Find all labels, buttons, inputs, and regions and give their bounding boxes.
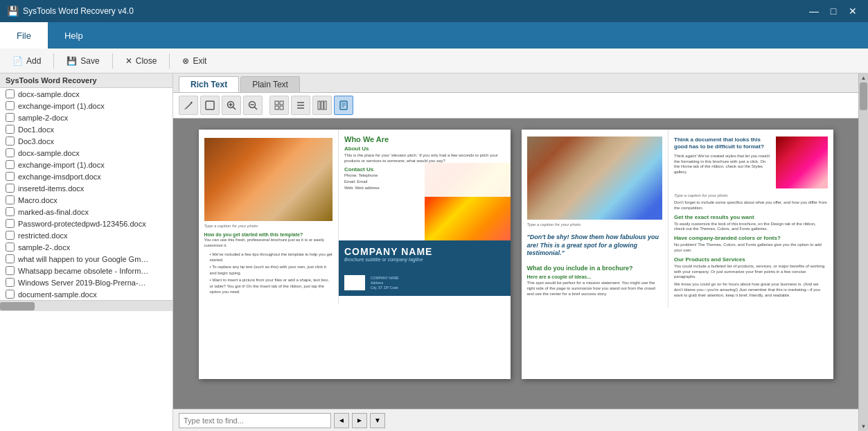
- select-tool-button[interactable]: [200, 96, 220, 115]
- scroll-down-arrow[interactable]: ▼: [860, 422, 868, 431]
- about-us-text: This is the place for your 'elevator pit…: [344, 153, 505, 164]
- sidebar-item[interactable]: docx-sample.docx: [0, 147, 172, 159]
- sidebar-item-label: inseretd-items.docx: [18, 184, 84, 193]
- page1-photo: [204, 138, 333, 221]
- find-prev-button[interactable]: ◄: [334, 413, 349, 428]
- maximize-button[interactable]: □: [825, 3, 842, 19]
- sidebar-item-label: exchange-import (1).docx: [18, 161, 105, 169]
- page1-right-images: Who We Are About Us This is the place fo…: [339, 130, 511, 240]
- sidebar-item[interactable]: exchange-import (1).docx: [0, 159, 172, 170]
- separator: [112, 53, 113, 69]
- sidebar-item[interactable]: restricted.docx: [0, 229, 172, 241]
- column-view-button[interactable]: [312, 96, 332, 115]
- close-window-button[interactable]: ✕: [844, 3, 861, 19]
- menu-file[interactable]: File: [0, 22, 48, 49]
- sidebar-item[interactable]: Windows Server 2019-Blog-Prerna-1.doc: [0, 276, 172, 288]
- sidebar-item[interactable]: Whatsapp became obsolete - Informative: [0, 265, 172, 276]
- svg-rect-11: [275, 106, 278, 109]
- separator: [169, 53, 170, 69]
- find-input[interactable]: [179, 413, 331, 428]
- sidebar-item[interactable]: exchange-imsdport.docx: [0, 170, 172, 182]
- main-layout: SysTools Word Recovery docx-sample.docxe…: [0, 73, 868, 431]
- right-scrollbar[interactable]: ▲ ▼: [858, 73, 868, 431]
- app-title: SysTools Word Recovery v4.0: [23, 6, 134, 16]
- find-next-button[interactable]: ►: [352, 413, 367, 428]
- app-icon: 💾: [7, 6, 19, 17]
- sidebar-header: SysTools Word Recovery: [0, 73, 172, 88]
- sidebar-file-list: docx-sample.docxexchange-import (1).docx…: [0, 88, 172, 300]
- page1-how-text: You can use this fresh, professional bro…: [204, 238, 333, 249]
- contact-us-title: Contact Us: [344, 166, 505, 173]
- sidebar-item[interactable]: marked-as-final.docx: [0, 206, 172, 218]
- sidebar-item[interactable]: docx-sample.docx: [0, 88, 172, 100]
- page1-bullets: We've included a few tips throughout the…: [204, 252, 333, 295]
- sidebar-item[interactable]: Doc3.docx: [0, 135, 172, 147]
- svg-rect-1: [206, 101, 214, 109]
- sidebar-item-label: marked-as-final.docx: [18, 208, 89, 216]
- page1-how-title: How do you get started with this templat…: [204, 232, 333, 237]
- colors-text: No problem! The Themes, Colors, and Font…: [674, 243, 828, 254]
- sidebar-item-label: Windows Server 2019-Blog-Prerna-1.doc: [18, 279, 150, 287]
- tab-rich-text[interactable]: Rich Text: [179, 76, 239, 92]
- get-exact-text: To easily customize the look of this bro…: [674, 222, 828, 233]
- sidebar-item-label: what will happen to your Google Gmail a: [18, 255, 150, 263]
- svg-rect-9: [275, 101, 278, 105]
- sidebar-item-label: docx-sample.docx: [18, 149, 80, 157]
- company-name: COMPANY NAME: [344, 246, 505, 257]
- what-include-title: What do you include in a brochure?: [527, 265, 663, 272]
- sidebar-item-label: docx-sample.docx: [18, 90, 80, 98]
- add-button[interactable]: 📄 Add: [6, 53, 48, 69]
- company-address: COMPANY NAMEAddressCity, ST ZIP Code: [371, 276, 399, 290]
- sidebar-item[interactable]: exchange-import (1).docx: [0, 100, 172, 112]
- page1-company-section: COMPANY NAME Brochure subtitle or compan…: [339, 240, 511, 296]
- ideas-title: Here are a couple of ideas...: [527, 274, 663, 279]
- title-bar: 💾 SysTools Word Recovery v4.0 — □ ✕: [0, 0, 868, 22]
- sidebar: SysTools Word Recovery docx-sample.docxe…: [0, 73, 173, 431]
- sidebar-item[interactable]: sample-2-.docx: [0, 241, 172, 253]
- sidebar-item-label: exchange-imsdport.docx: [18, 173, 101, 181]
- zoom-in-button[interactable]: [222, 96, 241, 115]
- sidebar-item[interactable]: what will happen to your Google Gmail a: [0, 253, 172, 265]
- sidebar-item-label: Doc1.docx: [18, 125, 54, 134]
- find-dropdown-button[interactable]: ▼: [370, 413, 385, 428]
- sidebar-item[interactable]: Doc1.docx: [0, 123, 172, 135]
- save-button[interactable]: 💾 Save: [60, 53, 106, 69]
- sidebar-item-label: sample-2-.docx: [18, 243, 70, 252]
- tab-plain-text[interactable]: Plain Text: [240, 76, 300, 92]
- svg-line-3: [233, 107, 236, 110]
- about-us-title: About Us: [344, 146, 505, 152]
- sidebar-item-label: Doc3.docx: [18, 137, 54, 146]
- list-view-button[interactable]: [291, 96, 310, 115]
- close-button[interactable]: ✕ Close: [118, 53, 164, 69]
- scroll-up-arrow[interactable]: ▲: [860, 73, 868, 82]
- sidebar-item[interactable]: sample-2-docx: [0, 112, 172, 123]
- page-view-button[interactable]: [334, 96, 353, 115]
- svg-rect-17: [321, 101, 324, 109]
- page2-right-caption: Type a caption for your photo: [674, 193, 828, 197]
- colors-title: Have company-branded colors or fonts?: [674, 235, 828, 241]
- svg-rect-10: [280, 101, 283, 105]
- who-we-are-title: Who We Are: [344, 135, 505, 143]
- sidebar-item[interactable]: Macro.docx: [0, 194, 172, 206]
- save-icon: 💾: [67, 56, 77, 66]
- svg-rect-16: [318, 101, 320, 109]
- get-exact-title: Get the exact results you want: [674, 214, 828, 220]
- zoom-out-button[interactable]: [243, 96, 263, 115]
- minimize-button[interactable]: —: [806, 3, 822, 19]
- grid-view1-button[interactable]: [269, 96, 289, 115]
- title-bar-controls: — □ ✕: [806, 3, 861, 19]
- title-bar-left: 💾 SysTools Word Recovery v4.0: [7, 6, 134, 17]
- toolbar: 📄 Add 💾 Save ✕ Close ⊗ Exit: [0, 49, 868, 73]
- contact-info: Phone: TelephoneEmail: EmailWeb: Web add…: [344, 173, 505, 191]
- sidebar-item[interactable]: Password-protectedpwd-123456.docx: [0, 218, 172, 229]
- view-toolbar: [173, 93, 858, 118]
- company-logo: [344, 275, 365, 290]
- menu-help[interactable]: Help: [48, 22, 100, 49]
- edit-tool-button[interactable]: [179, 96, 198, 115]
- preview-area: Type a caption for your photo How do you…: [173, 118, 858, 409]
- sidebar-item[interactable]: inseretd-items.docx: [0, 182, 172, 194]
- exit-button[interactable]: ⊗ Exit: [175, 53, 213, 69]
- ideas-text: This spot would be perfect for a mission…: [527, 281, 663, 297]
- page1-caption: Type a caption for your photo: [204, 224, 333, 228]
- sidebar-item[interactable]: document-sample.docx: [0, 288, 172, 300]
